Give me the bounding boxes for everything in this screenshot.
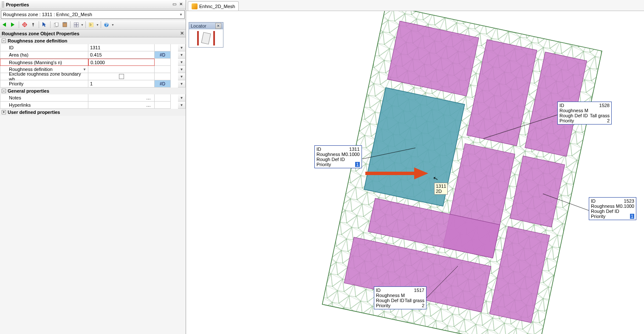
dropdown-icon[interactable]: ▼ [178, 73, 186, 80]
priority-input[interactable]: 1 [88, 80, 155, 88]
canvas-panel: Enhnc_2D_Mesh Locator ✕ [186, 0, 644, 334]
hover-tooltip: 1311 2D [434, 183, 448, 195]
section-title: Roughness zone Object Properties [2, 31, 79, 36]
pin-icon[interactable] [29, 21, 37, 28]
row-area: Area (ha) 0.415 #D ▼ [0, 51, 186, 59]
tab-bar: Enhnc_2D_Mesh [186, 0, 644, 11]
section-close-icon[interactable]: ✕ [180, 31, 184, 36]
hyperlinks-input[interactable]: … [88, 102, 155, 109]
svg-marker-33 [414, 167, 428, 179]
panel-title: Properties [6, 2, 170, 7]
row-exclude: Exclude roughness zone boundary wh ▼ [0, 73, 186, 80]
svg-rect-11 [64, 22, 66, 23]
chevron-down-icon: ▼ [179, 13, 183, 17]
callout-1311: ID1311 Roughness M0.1000 Rough Def ID Pr… [314, 145, 362, 168]
id-input[interactable]: 1311 [88, 44, 155, 51]
mesh-icon [192, 3, 198, 9]
copy-icon[interactable] [52, 21, 60, 28]
pointer-icon[interactable] [41, 21, 48, 28]
dropdown-icon[interactable]: ▼ [178, 51, 186, 59]
dropdown-icon[interactable]: ▼ [178, 44, 186, 51]
tab-mesh[interactable]: Enhnc_2D_Mesh [188, 1, 239, 11]
category-user-defined[interactable]: + User defined properties [0, 109, 186, 116]
dropdown-icon[interactable]: ▼ [178, 102, 186, 109]
minimize-icon[interactable]: ▭ [171, 2, 177, 8]
svg-rect-9 [55, 23, 58, 26]
object-selector-row: Roughness zone : 1311 : Enhnc_2D_Mesh ▼ [0, 9, 186, 20]
default-flag: #D [155, 51, 171, 59]
notes-input[interactable]: … [88, 94, 155, 102]
exclude-checkbox[interactable] [88, 73, 155, 80]
ellipsis-icon[interactable]: … [144, 102, 153, 108]
object-selector-text: Roughness zone : 1311 : Enhnc_2D_Mesh [3, 12, 92, 17]
row-roughness: Roughness (Manning's n) 0.1000 ▼ [0, 59, 186, 66]
category-general[interactable]: − General properties [0, 88, 186, 94]
tab-label: Enhnc_2D_Mesh [199, 4, 235, 9]
section-header: Roughness zone Object Properties ✕ [0, 30, 186, 37]
dropdown-icon[interactable]: ▼ [178, 66, 186, 73]
ellipsis-icon[interactable]: … [144, 95, 153, 100]
dropdown-icon[interactable]: ▼ [178, 59, 186, 66]
grip-icon [2, 2, 4, 8]
area-input[interactable]: 0.415 [88, 51, 155, 59]
dropdown-icon[interactable]: ▼ [178, 80, 186, 88]
properties-toolbar: ▼ ▼ ? ▼ [0, 20, 186, 30]
callout-1528: ID1528 Roughness M Rough Def IDTall gras… [557, 102, 612, 125]
close-icon[interactable]: ✕ [178, 2, 184, 8]
object-selector[interactable]: Roughness zone : 1311 : Enhnc_2D_Mesh ▼ [1, 10, 185, 19]
row-id: ID 1311 ▼ [0, 44, 186, 51]
expand-icon[interactable]: + [2, 110, 6, 114]
category-roughness-def[interactable]: − Roughness zone definition [0, 37, 186, 44]
grid-icon[interactable] [72, 21, 80, 28]
row-hyperlinks: Hyperlinks … ▼ [0, 102, 186, 109]
collapse-icon[interactable]: − [2, 39, 6, 43]
default-flag: #D [155, 80, 171, 88]
next-arrow-icon[interactable] [9, 21, 17, 28]
svg-marker-7 [42, 22, 46, 27]
properties-panel: Properties ▭ ✕ Roughness zone : 1311 : E… [0, 0, 186, 334]
callout-1517: ID1517 Roughness M Rough Def IDTall gras… [374, 286, 427, 309]
svg-marker-1 [11, 23, 14, 27]
annotation-arrow-icon [365, 165, 429, 182]
roughdef-input[interactable] [88, 66, 155, 73]
roughness-input[interactable]: 0.1000 [88, 59, 155, 66]
callout-1523: ID1523 Roughness M0.1000 Rough Def ID Pr… [589, 197, 636, 220]
svg-marker-0 [3, 23, 6, 27]
prev-arrow-icon[interactable] [1, 21, 8, 28]
checkbox-icon[interactable] [119, 74, 124, 79]
svg-text:?: ? [105, 23, 108, 27]
dropdown-icon[interactable]: ▼ [178, 94, 186, 102]
row-priority: Priority 1 #D ▼ [0, 80, 186, 88]
collapse-icon[interactable]: − [2, 89, 6, 93]
row-notes: Notes … ▼ [0, 94, 186, 102]
help-icon[interactable]: ? [103, 21, 110, 28]
paste-icon[interactable] [61, 21, 68, 28]
panel-titlebar: Properties ▭ ✕ [0, 0, 186, 9]
canvas[interactable]: Locator ✕ [186, 11, 644, 334]
script-icon[interactable] [88, 21, 95, 28]
target-icon[interactable] [21, 21, 28, 28]
